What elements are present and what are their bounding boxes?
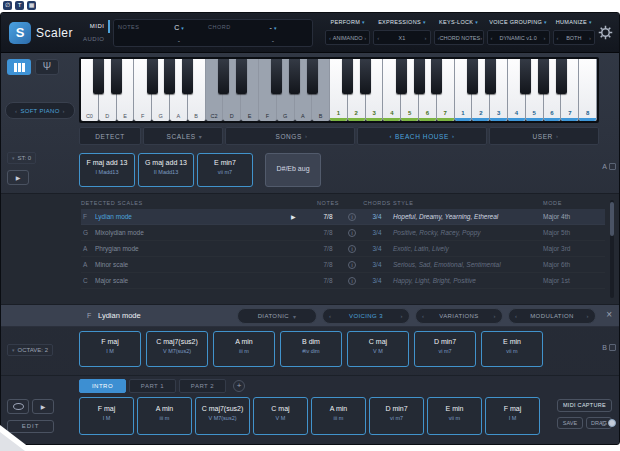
chevron-left-icon[interactable]: ‹ bbox=[557, 35, 559, 41]
chevron-left-icon[interactable]: ‹ bbox=[15, 108, 17, 114]
chevron-left-icon[interactable]: ‹ bbox=[422, 313, 424, 319]
info-icon[interactable]: i bbox=[348, 229, 356, 237]
pattern-tab[interactable]: PART 1 bbox=[129, 379, 176, 393]
chevron-right-icon[interactable]: › bbox=[401, 313, 403, 319]
nav-tab[interactable]: DETECT bbox=[79, 127, 141, 145]
chevron-left-icon[interactable]: ‹ bbox=[515, 313, 517, 319]
bind-loop-button[interactable] bbox=[7, 399, 29, 414]
piano-key-black[interactable] bbox=[342, 59, 353, 94]
chord-card[interactable]: C maj7(sus2) V M7(sus2) bbox=[195, 397, 250, 435]
add-pattern-button[interactable]: + bbox=[233, 380, 245, 392]
piano-key-black[interactable] bbox=[485, 59, 496, 94]
info-icon[interactable]: i bbox=[348, 261, 356, 269]
host-icon[interactable]: ▦ bbox=[27, 1, 36, 10]
chevron-right-icon[interactable]: › bbox=[480, 35, 482, 41]
midi-notes-value[interactable]: C▾ bbox=[150, 24, 208, 31]
chord-card[interactable]: D min7 vi m7 bbox=[369, 397, 424, 435]
host-icon[interactable]: ∅ bbox=[3, 1, 12, 10]
gear-icon[interactable] bbox=[598, 25, 613, 40]
chevron-right-icon[interactable]: › bbox=[544, 35, 546, 41]
chord-card[interactable]: E min vii m bbox=[427, 397, 482, 435]
chevron-right-icon[interactable]: › bbox=[587, 313, 589, 319]
close-icon[interactable]: × bbox=[606, 310, 612, 320]
scale-row[interactable]: F Lydian mode ▶ 7/8 i 3/4 Hopeful, Dream… bbox=[81, 209, 605, 225]
piano-key-black[interactable] bbox=[147, 59, 158, 94]
perform-group-header[interactable]: EXPRESSIONS▾ bbox=[373, 17, 430, 27]
nav-tab[interactable]: SONGS › bbox=[225, 127, 355, 145]
chevron-left-icon[interactable]: ‹ bbox=[377, 35, 379, 41]
chord-card[interactable]: B dim #iv dim bbox=[280, 331, 342, 367]
notes-chord-display[interactable]: NOTES C▾ CHORD -▾ - - bbox=[113, 19, 313, 47]
chevron-left-icon[interactable]: ‹ bbox=[491, 35, 493, 41]
perform-group-value[interactable]: ‹ BOTH › bbox=[553, 30, 595, 45]
chord-card[interactable]: D#/Eb aug bbox=[265, 153, 321, 187]
pattern-tab[interactable]: INTRO bbox=[79, 379, 126, 393]
piano-key-black[interactable] bbox=[360, 59, 371, 94]
chord-card[interactable]: F maj I M bbox=[485, 397, 540, 435]
pattern-tab[interactable]: PART 2 bbox=[179, 379, 226, 393]
chord-card[interactable]: F maj I M bbox=[79, 331, 141, 367]
option-chip[interactable]: ‹ VARIATIONS › ▾ bbox=[415, 308, 503, 324]
chord-card[interactable]: A min iii m bbox=[137, 397, 192, 435]
chord-card[interactable]: C maj V M bbox=[253, 397, 308, 435]
info-icon[interactable]: i bbox=[348, 213, 356, 221]
option-chip[interactable]: ‹ DIATONIC › ▾ bbox=[237, 308, 317, 324]
octave-control[interactable]: ▾ OCTAVE: 2 bbox=[7, 344, 53, 356]
perform-group-header[interactable]: HUMANIZE▾ bbox=[553, 17, 595, 27]
piano-key-white[interactable]: 8 bbox=[579, 59, 597, 121]
info-icon[interactable]: i bbox=[348, 245, 356, 253]
table-scrollbar[interactable] bbox=[610, 200, 614, 298]
piano-key-black[interactable] bbox=[414, 59, 425, 94]
piano-key-black[interactable] bbox=[111, 59, 122, 94]
perform-group-value[interactable]: ‹ CHORD NOTES › bbox=[434, 30, 484, 45]
nav-tab[interactable]: SCALES ▾ bbox=[143, 127, 223, 145]
section-a-checkbox[interactable] bbox=[609, 163, 616, 170]
piano-key-black[interactable] bbox=[307, 59, 318, 94]
chord-card[interactable]: G maj add 13 II Madd13 bbox=[138, 153, 194, 187]
scrollbar-thumb[interactable] bbox=[610, 202, 614, 236]
tuning-fork-button[interactable]: Ψ bbox=[35, 59, 59, 75]
piano-key-black[interactable] bbox=[271, 59, 282, 94]
midi-mode-label[interactable]: MIDI bbox=[83, 20, 110, 33]
perform-group-value[interactable]: ‹ ANIMANDO › bbox=[325, 30, 370, 45]
io-mode-switch[interactable]: MIDI AUDIO bbox=[83, 20, 110, 46]
host-icon[interactable]: T bbox=[15, 1, 24, 10]
piano-key-black[interactable] bbox=[520, 59, 531, 94]
chord-card[interactable]: E min vii m bbox=[481, 331, 543, 367]
piano-key-black[interactable] bbox=[467, 59, 478, 94]
piano-key-black[interactable] bbox=[164, 59, 175, 94]
nav-tab[interactable]: USER › bbox=[489, 127, 599, 145]
chevron-right-icon[interactable]: › bbox=[63, 108, 65, 114]
perform-group-header[interactable]: KEYS-LOCK▾ bbox=[434, 17, 484, 27]
perform-group-header[interactable]: VOICE GROUPING▾ bbox=[487, 17, 550, 27]
perform-group-value[interactable]: ‹ DYNAMIC v1.0 › bbox=[487, 30, 550, 45]
chord-card[interactable]: F maj add 13 I Madd13 bbox=[79, 153, 135, 187]
chevron-right-icon[interactable]: › bbox=[494, 313, 496, 319]
scale-row[interactable]: G Mixolydian mode ▶ 7/8 i 3/4 Positive, … bbox=[81, 225, 605, 241]
chord-card[interactable]: E min7 vii m7 bbox=[197, 153, 253, 187]
section-c-indicator[interactable] bbox=[608, 419, 616, 427]
play-button-section-a[interactable]: ▶ bbox=[7, 170, 29, 185]
chord-card[interactable]: F maj I M bbox=[79, 397, 134, 435]
chevron-left-icon[interactable]: ‹ bbox=[329, 313, 331, 319]
chord-card[interactable]: C maj7(sus2) V M7(sus2) bbox=[146, 331, 208, 367]
piano-key-black[interactable] bbox=[93, 59, 104, 94]
save-button[interactable]: SAVE bbox=[557, 417, 583, 429]
midi-chord-value[interactable]: -▾ bbox=[244, 24, 302, 31]
play-button-pattern[interactable]: ▶ bbox=[32, 399, 54, 414]
keyboard-view-button[interactable] bbox=[7, 59, 31, 75]
scale-row[interactable]: A Minor scale ▶ 7/8 i 3/4 Serious, Sad, … bbox=[81, 257, 605, 273]
piano-key-black[interactable] bbox=[236, 59, 247, 94]
piano-key-black[interactable] bbox=[182, 59, 193, 94]
info-icon[interactable]: i bbox=[348, 277, 356, 285]
chevron-right-icon[interactable]: › bbox=[589, 35, 591, 41]
piano-key-black[interactable] bbox=[396, 59, 407, 94]
chord-card[interactable]: C maj V M bbox=[347, 331, 409, 367]
section-b-checkbox[interactable] bbox=[609, 344, 616, 351]
chord-card[interactable]: A min iii m bbox=[311, 397, 366, 435]
audio-mode-label[interactable]: AUDIO bbox=[83, 33, 110, 46]
piano-key-black[interactable] bbox=[556, 59, 567, 94]
semitone-control[interactable]: ▾ ST: 0 bbox=[7, 152, 36, 164]
piano-key-black[interactable] bbox=[538, 59, 549, 94]
sound-selector[interactable]: ‹ SOFT PIANO › bbox=[5, 102, 75, 119]
